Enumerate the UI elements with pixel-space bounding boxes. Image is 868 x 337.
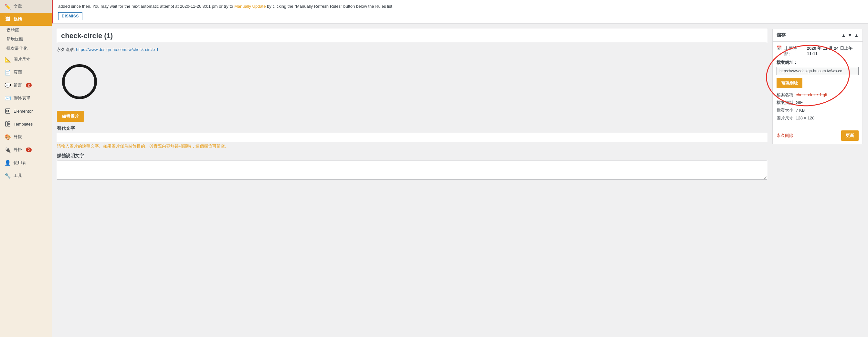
sidebar-sub-batch-optimize[interactable]: 批次最佳化	[0, 44, 52, 53]
sidebar-item-label: 使用者	[13, 160, 26, 166]
sidebar-item-label: 外觀	[13, 134, 22, 140]
circle-image	[60, 62, 99, 101]
main-content: added since then. You may wait for the n…	[52, 0, 868, 337]
notice-text: added since then. You may wait for the n…	[58, 4, 234, 9]
svg-rect-0	[5, 109, 10, 113]
comments-icon: 💬	[4, 82, 11, 89]
edit-image-button[interactable]: 編輯圖片	[57, 111, 84, 122]
sidebar-item-templates[interactable]: Templates	[0, 117, 52, 130]
upload-time-value: 2020 年 11 月 24 日上午 11:11	[807, 45, 859, 56]
appearance-icon: 🎨	[4, 134, 11, 140]
users-icon: 👤	[4, 160, 11, 166]
file-url-label: 檔案網址：	[777, 60, 859, 66]
sidebar-item-page[interactable]: 📄 頁面	[0, 66, 52, 79]
comments-badge: 2	[26, 83, 32, 88]
svg-rect-2	[8, 110, 9, 111]
filetype-row: 檔案類型: GIF	[777, 100, 859, 106]
sidebar-item-label: 聯絡表單	[13, 95, 30, 101]
sidebar-sub-media-library[interactable]: 媒體庫	[0, 26, 52, 35]
alt-text-label: 替代文字	[57, 126, 767, 131]
filesize-label: 檔案大小:	[777, 108, 795, 113]
alt-text-hint: 請輸入圖片的說明文字。如果圖片僅為裝飾目的、與實際內容無甚相關時，這個欄位可留空…	[57, 143, 767, 149]
filename-value: check-circle-1.gif	[796, 92, 827, 97]
chevron-up-icon[interactable]: ▲	[841, 33, 846, 38]
panel-header: 儲存 ▲ ▼ ▲	[773, 29, 863, 42]
calendar-icon: 📅	[777, 45, 782, 50]
plugins-badge: 2	[26, 147, 32, 152]
sidebar-item-label: 頁面	[13, 69, 22, 75]
permalink-link[interactable]: https://www.design-hu.com.tw/check-circl…	[76, 47, 159, 52]
sidebar-sub-add-media[interactable]: 新增媒體	[0, 35, 52, 44]
notice-text-after: by clicking the "Manually Refresh Rules"…	[266, 4, 393, 9]
save-panel: 儲存 ▲ ▼ ▲ 📅 上傳時間:	[772, 29, 863, 144]
media-icon: 🖼	[4, 16, 11, 23]
filesize-row: 檔案大小: 7 KB	[777, 107, 859, 113]
sidebar-item-contact-form[interactable]: ✉️ 聯絡表單	[0, 92, 52, 105]
sidebar-item-elementor[interactable]: Elementor	[0, 105, 52, 117]
sidebar-item-users[interactable]: 👤 使用者	[0, 156, 52, 169]
article-icon: ✏️	[4, 3, 11, 10]
upload-time-label: 上傳時間:	[784, 45, 801, 57]
form-panel: 永久連結: https://www.design-hu.com.tw/check…	[57, 29, 767, 332]
alt-text-input[interactable]	[57, 133, 767, 142]
sidebar-item-label: 文章	[13, 4, 22, 9]
sidebar-item-article[interactable]: ✏️ 文章	[0, 0, 52, 13]
contact-form-icon: ✉️	[4, 95, 11, 101]
manually-update-link[interactable]: Manually Update	[234, 4, 266, 9]
dimensions-label: 圖片尺寸:	[777, 115, 795, 121]
media-description-field-group: 媒體說明文字	[57, 153, 767, 180]
templates-icon	[4, 121, 11, 127]
media-description-input[interactable]	[57, 160, 767, 179]
dimensions-value: 128 × 128	[796, 115, 814, 121]
chevron-down-icon[interactable]: ▼	[848, 33, 852, 38]
permalink-row: 永久連結: https://www.design-hu.com.tw/check…	[57, 47, 767, 53]
sidebar-item-label: Templates	[13, 122, 33, 127]
sidebar-item-appearance[interactable]: 🎨 外觀	[0, 130, 52, 143]
page-icon: 📄	[4, 69, 11, 75]
sidebar-item-tools[interactable]: 🔧 工具	[0, 169, 52, 182]
svg-rect-4	[5, 122, 7, 126]
file-url-input[interactable]	[777, 67, 859, 75]
title-input[interactable]	[57, 29, 767, 43]
panel-footer: 永久刪除 更新	[773, 127, 863, 144]
delete-link[interactable]: 永久刪除	[777, 133, 793, 138]
panel-body: 📅 上傳時間: 2020 年 11 月 24 日上午 11:11 檔案網址： 複…	[773, 42, 863, 127]
filetype-value: GIF	[796, 100, 803, 105]
image-size-icon: 📐	[4, 56, 11, 63]
svg-rect-3	[8, 111, 9, 112]
image-preview-box	[57, 59, 102, 104]
filename-row: 檔案名稱: check-circle-1.gif	[777, 92, 859, 98]
sidebar-item-label: 圖片尺寸	[13, 57, 30, 62]
content-area: 永久連結: https://www.design-hu.com.tw/check…	[52, 24, 868, 337]
notice-bar: added since then. You may wait for the n…	[52, 0, 868, 24]
expand-icon[interactable]: ▲	[854, 33, 859, 38]
filename-label: 檔案名稱:	[777, 92, 795, 97]
sidebar-item-label: 留言	[13, 82, 22, 88]
elementor-icon	[4, 108, 11, 114]
upload-time-row: 📅 上傳時間: 2020 年 11 月 24 日上午 11:11	[777, 45, 859, 57]
right-panel: 儲存 ▲ ▼ ▲ 📅 上傳時間:	[772, 29, 863, 144]
sidebar-item-image-size[interactable]: 📐 圖片尺寸	[0, 53, 52, 66]
svg-rect-1	[6, 110, 7, 112]
sidebar-item-comments[interactable]: 💬 留言 2	[0, 79, 52, 92]
sidebar-item-label: 媒體	[13, 16, 22, 22]
sidebar-item-plugins[interactable]: 🔌 外掛 2	[0, 143, 52, 156]
filetype-label: 檔案類型:	[777, 100, 795, 105]
svg-rect-6	[8, 124, 10, 126]
sidebar-item-media[interactable]: 🖼 媒體	[0, 13, 52, 26]
sidebar-item-label: 工具	[13, 173, 22, 178]
filesize-value: 7 KB	[796, 108, 805, 113]
panel-header-label: 儲存	[777, 32, 785, 38]
media-description-label: 媒體說明文字	[57, 153, 767, 159]
sidebar: ✏️ 文章 🖼 媒體 媒體庫 新增媒體 批次最佳化 📐 圖片尺寸 📄 頁面 💬 …	[0, 0, 52, 337]
permalink-label: 永久連結:	[57, 47, 75, 52]
tools-icon: 🔧	[4, 172, 11, 179]
dimensions-row: 圖片尺寸: 128 × 128	[777, 115, 859, 121]
dismiss-button[interactable]: DISMISS	[58, 12, 83, 20]
sidebar-item-label: 外掛	[13, 147, 22, 153]
alt-text-field-group: 替代文字 請輸入圖片的說明文字。如果圖片僅為裝飾目的、與實際內容無甚相關時，這個…	[57, 126, 767, 149]
update-button[interactable]: 更新	[841, 130, 859, 141]
plugins-icon: 🔌	[4, 146, 11, 153]
panel-header-icons: ▲ ▼ ▲	[841, 33, 859, 38]
copy-url-button[interactable]: 複製網址	[777, 78, 802, 88]
